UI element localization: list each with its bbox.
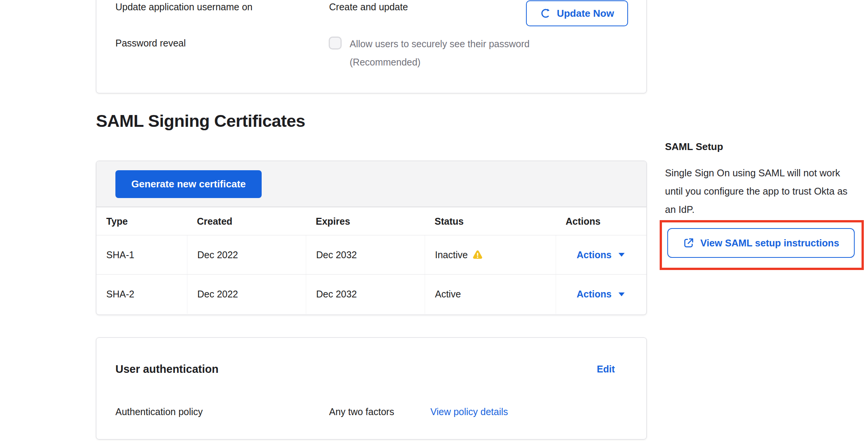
chevron-down-icon bbox=[619, 292, 625, 296]
saml-certificates-card: Generate new certificate Type Created Ex… bbox=[96, 161, 647, 315]
password-reveal-checkbox[interactable] bbox=[329, 37, 342, 50]
username-update-value: Create and update bbox=[329, 2, 408, 13]
cert-type: SHA-1 bbox=[96, 235, 187, 274]
header-status: Status bbox=[425, 208, 556, 235]
external-link-icon bbox=[683, 237, 694, 249]
page-title: SAML Signing Certificates bbox=[96, 111, 305, 131]
chevron-down-icon bbox=[619, 253, 625, 257]
authentication-policy-label: Authentication policy bbox=[115, 406, 203, 417]
table-row: SHA-2 Dec 2022 Dec 2032 Active Actions bbox=[96, 275, 646, 314]
header-created: Created bbox=[187, 208, 306, 235]
status-text: Active bbox=[435, 289, 461, 300]
cert-created: Dec 2022 bbox=[187, 235, 306, 274]
user-authentication-title: User authentication bbox=[115, 363, 219, 375]
header-expires: Expires bbox=[306, 208, 425, 235]
certificates-toolbar: Generate new certificate bbox=[96, 161, 646, 207]
actions-dropdown[interactable]: Actions bbox=[556, 275, 646, 314]
status-text: Inactive bbox=[435, 249, 468, 260]
user-authentication-card: User authentication Edit Authentication … bbox=[96, 337, 647, 439]
cert-expires: Dec 2032 bbox=[306, 235, 425, 274]
table-row: SHA-1 Dec 2022 Dec 2032 Inactive Actions bbox=[96, 235, 646, 275]
actions-label: Actions bbox=[577, 249, 612, 260]
saml-setup-description: Single Sign On using SAML will not work … bbox=[665, 164, 860, 219]
saml-setup-title: SAML Setup bbox=[665, 141, 723, 153]
password-reveal-checkbox-sublabel: (Recommended) bbox=[350, 57, 420, 68]
cert-type: SHA-2 bbox=[96, 275, 187, 314]
sign-on-settings-card: Update application username on Create an… bbox=[96, 0, 647, 93]
password-reveal-checkbox-label: Allow users to securely see their passwo… bbox=[350, 38, 529, 50]
update-now-label: Update Now bbox=[557, 8, 614, 19]
header-type: Type bbox=[96, 208, 187, 235]
actions-dropdown[interactable]: Actions bbox=[556, 235, 646, 274]
cert-status: Inactive bbox=[425, 235, 556, 274]
update-now-button[interactable]: Update Now bbox=[526, 0, 628, 26]
cert-expires: Dec 2032 bbox=[306, 275, 425, 314]
okta-app-settings-page: Update application username on Create an… bbox=[0, 0, 868, 441]
cert-created: Dec 2022 bbox=[187, 275, 306, 314]
warning-icon bbox=[472, 249, 483, 260]
certificates-table-header: Type Created Expires Status Actions bbox=[96, 208, 646, 235]
password-reveal-label: Password reveal bbox=[115, 38, 186, 49]
authentication-policy-value: Any two factors bbox=[329, 406, 394, 417]
view-policy-details-link[interactable]: View policy details bbox=[430, 406, 508, 417]
view-saml-setup-instructions-button[interactable]: View SAML setup instructions bbox=[667, 228, 855, 258]
generate-new-certificate-button[interactable]: Generate new certificate bbox=[115, 170, 262, 198]
saml-setup-button-label: View SAML setup instructions bbox=[700, 238, 839, 249]
header-actions: Actions bbox=[556, 208, 646, 235]
actions-label: Actions bbox=[577, 289, 612, 300]
edit-link[interactable]: Edit bbox=[597, 364, 615, 375]
certificates-table: Type Created Expires Status Actions SHA-… bbox=[96, 208, 646, 314]
username-update-label: Update application username on bbox=[115, 2, 253, 13]
refresh-icon bbox=[540, 8, 551, 19]
cert-status: Active bbox=[425, 275, 556, 314]
